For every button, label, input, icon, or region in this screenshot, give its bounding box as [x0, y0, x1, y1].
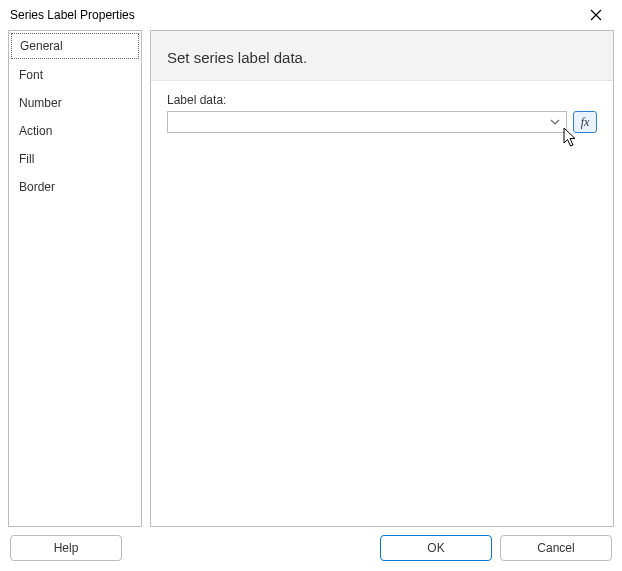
expression-button[interactable]: fx	[573, 111, 597, 133]
sidebar-item-label: Action	[19, 124, 52, 138]
help-button-label: Help	[54, 541, 79, 555]
label-data-label: Label data:	[167, 93, 597, 107]
sidebar-item-label: General	[20, 39, 63, 53]
sidebar-item-label: Border	[19, 180, 55, 194]
content-area: General Font Number Action Fill Border S…	[0, 30, 622, 527]
button-bar: Help OK Cancel	[0, 527, 622, 569]
category-sidebar: General Font Number Action Fill Border	[8, 30, 142, 527]
window-title: Series Label Properties	[10, 8, 135, 22]
sidebar-item-fill[interactable]: Fill	[9, 145, 141, 173]
titlebar: Series Label Properties	[0, 0, 622, 30]
sidebar-item-border[interactable]: Border	[9, 173, 141, 201]
close-button[interactable]	[576, 1, 616, 29]
sidebar-item-label: Font	[19, 68, 43, 82]
fx-icon: fx	[581, 115, 590, 130]
cancel-button[interactable]: Cancel	[500, 535, 612, 561]
cancel-button-label: Cancel	[537, 541, 574, 555]
chevron-down-icon	[548, 115, 562, 129]
panel-body: Label data: fx	[151, 81, 613, 145]
sidebar-item-label: Number	[19, 96, 62, 110]
button-group-right: OK Cancel	[380, 535, 612, 561]
sidebar-item-font[interactable]: Font	[9, 61, 141, 89]
sidebar-item-number[interactable]: Number	[9, 89, 141, 117]
ok-button-label: OK	[427, 541, 444, 555]
sidebar-item-general[interactable]: General	[11, 33, 139, 59]
sidebar-item-action[interactable]: Action	[9, 117, 141, 145]
panel-header: Set series label data.	[151, 31, 613, 81]
close-icon	[590, 9, 602, 21]
sidebar-item-label: Fill	[19, 152, 34, 166]
main-panel: Set series label data. Label data: fx	[150, 30, 614, 527]
ok-button[interactable]: OK	[380, 535, 492, 561]
label-data-row: fx	[167, 111, 597, 133]
label-data-dropdown[interactable]	[167, 111, 567, 133]
help-button[interactable]: Help	[10, 535, 122, 561]
